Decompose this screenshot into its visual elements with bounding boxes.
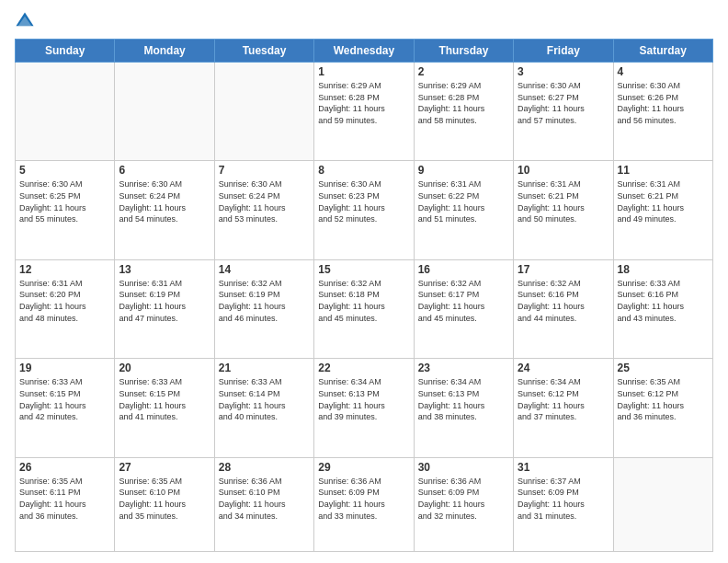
day-number: 10 bbox=[518, 164, 609, 177]
day-info: Sunrise: 6:36 AMSunset: 6:09 PMDaylight:… bbox=[418, 476, 509, 522]
day-number: 12 bbox=[19, 263, 110, 276]
calendar-cell: 1Sunrise: 6:29 AMSunset: 6:28 PMDaylight… bbox=[314, 63, 414, 161]
day-number: 7 bbox=[219, 164, 310, 177]
calendar-cell: 13Sunrise: 6:31 AMSunset: 6:19 PMDayligh… bbox=[115, 259, 214, 358]
weekday-header-thursday: Thursday bbox=[414, 40, 513, 63]
day-info: Sunrise: 6:35 AMSunset: 6:11 PMDaylight:… bbox=[19, 476, 110, 522]
page: SundayMondayTuesdayWednesdayThursdayFrid… bbox=[0, 0, 728, 563]
day-info: Sunrise: 6:34 AMSunset: 6:12 PMDaylight:… bbox=[518, 376, 609, 422]
calendar-cell: 5Sunrise: 6:30 AMSunset: 6:25 PMDaylight… bbox=[16, 161, 115, 259]
calendar-cell: 17Sunrise: 6:32 AMSunset: 6:16 PMDayligh… bbox=[514, 259, 613, 358]
day-number: 25 bbox=[618, 362, 709, 374]
day-info: Sunrise: 6:36 AMSunset: 6:09 PMDaylight:… bbox=[318, 476, 409, 522]
calendar-cell: 3Sunrise: 6:30 AMSunset: 6:27 PMDaylight… bbox=[514, 63, 613, 161]
day-number: 5 bbox=[19, 164, 110, 177]
day-info: Sunrise: 6:31 AMSunset: 6:19 PMDaylight:… bbox=[119, 278, 210, 324]
weekday-header-sunday: Sunday bbox=[16, 40, 115, 63]
day-number: 24 bbox=[518, 362, 609, 374]
day-number: 19 bbox=[19, 362, 110, 374]
day-number: 11 bbox=[618, 164, 709, 177]
weekday-header-friday: Friday bbox=[514, 40, 613, 63]
calendar: SundayMondayTuesdayWednesdayThursdayFrid… bbox=[15, 39, 713, 552]
day-number: 6 bbox=[119, 164, 210, 177]
day-info: Sunrise: 6:37 AMSunset: 6:09 PMDaylight:… bbox=[518, 476, 609, 522]
calendar-cell: 27Sunrise: 6:35 AMSunset: 6:10 PMDayligh… bbox=[115, 457, 214, 551]
calendar-cell: 24Sunrise: 6:34 AMSunset: 6:12 PMDayligh… bbox=[514, 359, 613, 457]
calendar-cell: 29Sunrise: 6:36 AMSunset: 6:09 PMDayligh… bbox=[314, 457, 414, 551]
calendar-cell: 22Sunrise: 6:34 AMSunset: 6:13 PMDayligh… bbox=[314, 359, 414, 457]
day-number: 30 bbox=[418, 461, 509, 474]
calendar-body: 1Sunrise: 6:29 AMSunset: 6:28 PMDaylight… bbox=[16, 63, 713, 552]
calendar-cell bbox=[214, 63, 313, 161]
calendar-cell bbox=[613, 457, 712, 551]
calendar-cell: 26Sunrise: 6:35 AMSunset: 6:11 PMDayligh… bbox=[16, 457, 115, 551]
calendar-cell: 15Sunrise: 6:32 AMSunset: 6:18 PMDayligh… bbox=[314, 259, 414, 358]
day-info: Sunrise: 6:31 AMSunset: 6:22 PMDaylight:… bbox=[418, 178, 509, 224]
week-row-3: 19Sunrise: 6:33 AMSunset: 6:15 PMDayligh… bbox=[16, 359, 713, 457]
calendar-cell: 20Sunrise: 6:33 AMSunset: 6:15 PMDayligh… bbox=[115, 359, 214, 457]
day-number: 21 bbox=[219, 362, 310, 374]
day-info: Sunrise: 6:33 AMSunset: 6:16 PMDaylight:… bbox=[618, 278, 709, 324]
calendar-cell: 7Sunrise: 6:30 AMSunset: 6:24 PMDaylight… bbox=[214, 161, 313, 259]
calendar-cell: 31Sunrise: 6:37 AMSunset: 6:09 PMDayligh… bbox=[514, 457, 613, 551]
day-info: Sunrise: 6:33 AMSunset: 6:15 PMDaylight:… bbox=[119, 376, 210, 422]
calendar-cell: 23Sunrise: 6:34 AMSunset: 6:13 PMDayligh… bbox=[414, 359, 513, 457]
day-number: 14 bbox=[219, 263, 310, 276]
calendar-cell: 25Sunrise: 6:35 AMSunset: 6:12 PMDayligh… bbox=[613, 359, 712, 457]
calendar-cell: 12Sunrise: 6:31 AMSunset: 6:20 PMDayligh… bbox=[16, 259, 115, 358]
day-info: Sunrise: 6:30 AMSunset: 6:23 PMDaylight:… bbox=[318, 178, 409, 224]
day-info: Sunrise: 6:32 AMSunset: 6:18 PMDaylight:… bbox=[318, 278, 409, 324]
week-row-2: 12Sunrise: 6:31 AMSunset: 6:20 PMDayligh… bbox=[16, 259, 713, 358]
calendar-cell: 10Sunrise: 6:31 AMSunset: 6:21 PMDayligh… bbox=[514, 161, 613, 259]
week-row-1: 5Sunrise: 6:30 AMSunset: 6:25 PMDaylight… bbox=[16, 161, 713, 259]
day-info: Sunrise: 6:30 AMSunset: 6:24 PMDaylight:… bbox=[219, 178, 310, 224]
calendar-cell: 30Sunrise: 6:36 AMSunset: 6:09 PMDayligh… bbox=[414, 457, 513, 551]
day-info: Sunrise: 6:35 AMSunset: 6:10 PMDaylight:… bbox=[119, 476, 210, 522]
day-info: Sunrise: 6:33 AMSunset: 6:14 PMDaylight:… bbox=[219, 376, 310, 422]
day-number: 2 bbox=[418, 65, 509, 78]
day-info: Sunrise: 6:36 AMSunset: 6:10 PMDaylight:… bbox=[219, 476, 310, 522]
day-info: Sunrise: 6:30 AMSunset: 6:27 PMDaylight:… bbox=[518, 80, 609, 126]
day-info: Sunrise: 6:30 AMSunset: 6:24 PMDaylight:… bbox=[119, 178, 210, 224]
day-number: 29 bbox=[318, 461, 409, 474]
day-number: 31 bbox=[518, 461, 609, 474]
day-number: 27 bbox=[119, 461, 210, 474]
day-info: Sunrise: 6:30 AMSunset: 6:26 PMDaylight:… bbox=[618, 80, 709, 126]
weekday-header-saturday: Saturday bbox=[613, 40, 712, 63]
day-number: 23 bbox=[418, 362, 509, 374]
day-info: Sunrise: 6:31 AMSunset: 6:20 PMDaylight:… bbox=[19, 278, 110, 324]
calendar-cell bbox=[115, 63, 214, 161]
day-number: 8 bbox=[318, 164, 409, 177]
week-row-0: 1Sunrise: 6:29 AMSunset: 6:28 PMDaylight… bbox=[16, 63, 713, 161]
calendar-cell: 9Sunrise: 6:31 AMSunset: 6:22 PMDaylight… bbox=[414, 161, 513, 259]
day-number: 1 bbox=[318, 65, 409, 78]
day-info: Sunrise: 6:31 AMSunset: 6:21 PMDaylight:… bbox=[518, 178, 609, 224]
day-info: Sunrise: 6:30 AMSunset: 6:25 PMDaylight:… bbox=[19, 178, 110, 224]
day-number: 4 bbox=[618, 65, 709, 78]
weekday-header-wednesday: Wednesday bbox=[314, 40, 414, 63]
day-info: Sunrise: 6:32 AMSunset: 6:16 PMDaylight:… bbox=[518, 278, 609, 324]
calendar-cell: 19Sunrise: 6:33 AMSunset: 6:15 PMDayligh… bbox=[16, 359, 115, 457]
calendar-cell: 18Sunrise: 6:33 AMSunset: 6:16 PMDayligh… bbox=[613, 259, 712, 358]
day-info: Sunrise: 6:34 AMSunset: 6:13 PMDaylight:… bbox=[418, 376, 509, 422]
logo bbox=[15, 11, 39, 31]
day-number: 18 bbox=[618, 263, 709, 276]
weekday-header-row: SundayMondayTuesdayWednesdayThursdayFrid… bbox=[16, 40, 713, 63]
day-number: 13 bbox=[119, 263, 210, 276]
weekday-header-monday: Monday bbox=[115, 40, 214, 63]
day-info: Sunrise: 6:34 AMSunset: 6:13 PMDaylight:… bbox=[318, 376, 409, 422]
day-info: Sunrise: 6:32 AMSunset: 6:19 PMDaylight:… bbox=[219, 278, 310, 324]
day-number: 28 bbox=[219, 461, 310, 474]
day-info: Sunrise: 6:32 AMSunset: 6:17 PMDaylight:… bbox=[418, 278, 509, 324]
calendar-cell: 4Sunrise: 6:30 AMSunset: 6:26 PMDaylight… bbox=[613, 63, 712, 161]
calendar-cell: 16Sunrise: 6:32 AMSunset: 6:17 PMDayligh… bbox=[414, 259, 513, 358]
week-row-4: 26Sunrise: 6:35 AMSunset: 6:11 PMDayligh… bbox=[16, 457, 713, 551]
day-info: Sunrise: 6:35 AMSunset: 6:12 PMDaylight:… bbox=[618, 376, 709, 422]
calendar-cell: 6Sunrise: 6:30 AMSunset: 6:24 PMDaylight… bbox=[115, 161, 214, 259]
calendar-cell: 28Sunrise: 6:36 AMSunset: 6:10 PMDayligh… bbox=[214, 457, 313, 551]
calendar-cell: 21Sunrise: 6:33 AMSunset: 6:14 PMDayligh… bbox=[214, 359, 313, 457]
calendar-cell: 8Sunrise: 6:30 AMSunset: 6:23 PMDaylight… bbox=[314, 161, 414, 259]
calendar-cell: 14Sunrise: 6:32 AMSunset: 6:19 PMDayligh… bbox=[214, 259, 313, 358]
day-number: 3 bbox=[518, 65, 609, 78]
day-info: Sunrise: 6:29 AMSunset: 6:28 PMDaylight:… bbox=[418, 80, 509, 126]
